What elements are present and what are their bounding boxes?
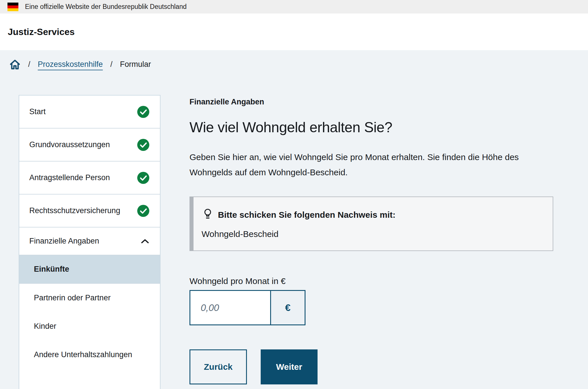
government-banner-text: Eine offizielle Website der Bundesrepubl… (25, 3, 187, 11)
sidebar-item-label: Rechtsschutzversicherung (29, 206, 120, 215)
sidebar-item-label: Partnerin oder Partner (34, 293, 111, 302)
breadcrumb-separator: / (28, 60, 30, 69)
sidebar-item-finanzielle-angaben[interactable]: Finanzielle Angaben (19, 227, 160, 255)
home-icon[interactable] (9, 59, 21, 70)
sidebar-subitem-einkuenfte[interactable]: Einkünfte (19, 255, 160, 284)
breadcrumb-separator: / (110, 60, 113, 69)
site-header: Justiz-Services (0, 13, 588, 50)
section-label: Finanzielle Angaben (189, 98, 560, 106)
breadcrumb: / Prozesskostenhilfe / Formular (0, 50, 588, 70)
sidebar-item-label: Start (29, 107, 46, 116)
back-button[interactable]: Zurück (189, 349, 247, 384)
sidebar-subitem-andere-unterhaltszahlungen[interactable]: Andere Unterhaltszahlungen (19, 341, 160, 369)
lightbulb-icon (204, 209, 212, 221)
form-step-sidebar: Start Grundvoraussetzungen Antragstellen… (19, 95, 160, 389)
sidebar-subitem-kinder[interactable]: Kinder (19, 312, 160, 341)
page-description: Geben Sie hier an, wie viel Wohngeld Sie… (189, 149, 560, 180)
hint-box: Bitte schicken Sie folgenden Nachweis mi… (189, 197, 553, 251)
form-actions: Zurück Weiter (189, 349, 560, 384)
government-banner: Eine offizielle Website der Bundesrepubl… (0, 0, 588, 13)
sidebar-item-start[interactable]: Start (19, 96, 160, 129)
breadcrumb-current: Formular (120, 60, 151, 69)
form-main-content: Finanzielle Angaben Wie viel Wohngeld er… (189, 95, 560, 384)
sidebar-item-label: Kinder (34, 322, 56, 331)
currency-suffix: € (271, 290, 305, 325)
sidebar-item-label: Andere Unterhaltszahlungen (34, 350, 132, 359)
chevron-up-icon (141, 239, 149, 244)
check-circle-icon (137, 139, 149, 151)
hint-title: Bitte schicken Sie folgenden Nachweis mi… (218, 210, 396, 220)
sidebar-item-label: Antragstellende Person (29, 173, 110, 182)
sidebar-item-antragstellende-person[interactable]: Antragstellende Person (19, 162, 160, 194)
content-layout: Start Grundvoraussetzungen Antragstellen… (0, 95, 588, 389)
hint-document: Wohngeld-Bescheid (202, 229, 541, 239)
page-title: Wie viel Wohngeld erhalten Sie? (189, 119, 560, 136)
site-title: Justiz-Services (8, 27, 75, 37)
wohngeld-field-label: Wohngeld pro Monat in € (189, 276, 560, 286)
wohngeld-input-group: € (189, 290, 560, 325)
next-button[interactable]: Weiter (261, 349, 318, 384)
breadcrumb-link-prozesskostenhilfe[interactable]: Prozesskostenhilfe (38, 60, 103, 69)
check-circle-icon (137, 205, 149, 217)
sidebar-subitem-partnerin-oder-partner[interactable]: Partnerin oder Partner (19, 284, 160, 312)
sidebar-item-label: Einkünfte (34, 265, 69, 274)
sidebar-item-label: Finanzielle Angaben (29, 237, 99, 246)
sidebar-item-grundvoraussetzungen[interactable]: Grundvoraussetzungen (19, 129, 160, 162)
wohngeld-input[interactable] (189, 290, 271, 325)
sidebar-item-rechtsschutzversicherung[interactable]: Rechtsschutzversicherung (19, 194, 160, 227)
check-circle-icon (137, 172, 149, 184)
german-flag-icon (7, 3, 18, 11)
check-circle-icon (137, 106, 149, 118)
sidebar-item-label: Grundvoraussetzungen (29, 140, 110, 149)
